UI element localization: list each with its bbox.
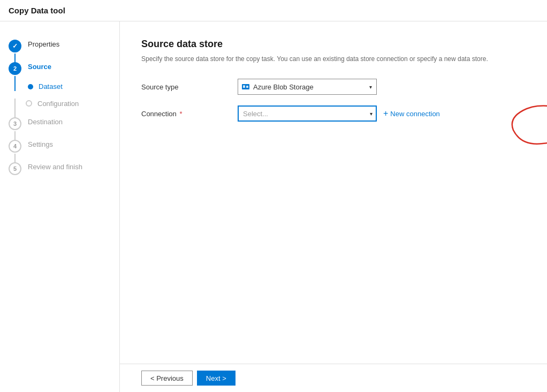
- source-type-label: Source type: [141, 83, 238, 91]
- content-body: Source data store Specify the source dat…: [120, 21, 547, 364]
- required-marker: *: [178, 110, 183, 118]
- page-description: Specify the source data store for the co…: [141, 54, 526, 64]
- step-label-dataset: Dataset: [39, 82, 63, 91]
- sidebar: ✓ Properties 2 Source Dataset Configurat…: [0, 21, 120, 392]
- step-label-source: Source: [28, 63, 51, 71]
- source-type-select[interactable]: Azure Blob Storage ▾: [238, 79, 377, 95]
- previous-label: < Previous: [150, 374, 184, 382]
- step-circle-properties: ✓: [9, 40, 21, 52]
- step-label-properties: Properties: [28, 40, 59, 48]
- azure-blob-icon: [241, 82, 250, 91]
- configuration-circle: [26, 100, 32, 107]
- connection-row: Connection * Select... ▾ + New connectio…: [141, 105, 526, 122]
- connection-select[interactable]: Select...: [238, 105, 377, 122]
- new-connection-button[interactable]: + New connection: [383, 109, 440, 118]
- svg-rect-3: [243, 85, 245, 86]
- step-label-destination: Destination: [28, 118, 63, 126]
- step-circle-source: 2: [9, 62, 21, 75]
- source-type-row: Source type Azure Blob Storage ▾: [141, 79, 526, 95]
- step-circle-destination: 3: [9, 117, 21, 130]
- connection-select-wrapper: Select... ▾: [238, 105, 377, 122]
- dataset-dot: [28, 84, 33, 89]
- sidebar-item-properties[interactable]: ✓ Properties: [0, 34, 119, 57]
- next-button[interactable]: Next >: [197, 371, 235, 386]
- step-label-review: Review and finish: [28, 163, 82, 171]
- step-circle-review: 5: [9, 162, 21, 175]
- next-label: Next >: [206, 374, 226, 382]
- step-circle-settings: 4: [9, 140, 21, 153]
- sidebar-item-destination[interactable]: 3 Destination: [0, 112, 119, 134]
- new-connection-label: New connection: [390, 110, 440, 118]
- content-area: Source data store Specify the source dat…: [120, 21, 547, 392]
- sidebar-item-review[interactable]: 5 Review and finish: [0, 157, 119, 179]
- connection-label: Connection *: [141, 110, 238, 118]
- svg-rect-1: [243, 86, 245, 88]
- source-type-select-wrapper: Azure Blob Storage ▾: [238, 79, 377, 95]
- sidebar-item-dataset[interactable]: Dataset: [0, 79, 119, 94]
- sidebar-item-settings[interactable]: 4 Settings: [0, 134, 119, 157]
- title-bar: Copy Data tool: [0, 0, 547, 21]
- page-title: Source data store: [141, 39, 526, 50]
- app-title: Copy Data tool: [9, 6, 65, 15]
- footer: < Previous Next >: [120, 364, 547, 392]
- step-label-settings: Settings: [28, 140, 53, 148]
- svg-rect-2: [246, 86, 248, 88]
- sidebar-item-configuration[interactable]: Configuration: [0, 94, 119, 112]
- previous-button[interactable]: < Previous: [141, 371, 193, 386]
- plus-icon: +: [383, 109, 388, 118]
- sidebar-item-source[interactable]: 2 Source: [0, 57, 119, 79]
- step-label-configuration: Configuration: [37, 100, 79, 108]
- source-type-value: Azure Blob Storage: [253, 83, 374, 91]
